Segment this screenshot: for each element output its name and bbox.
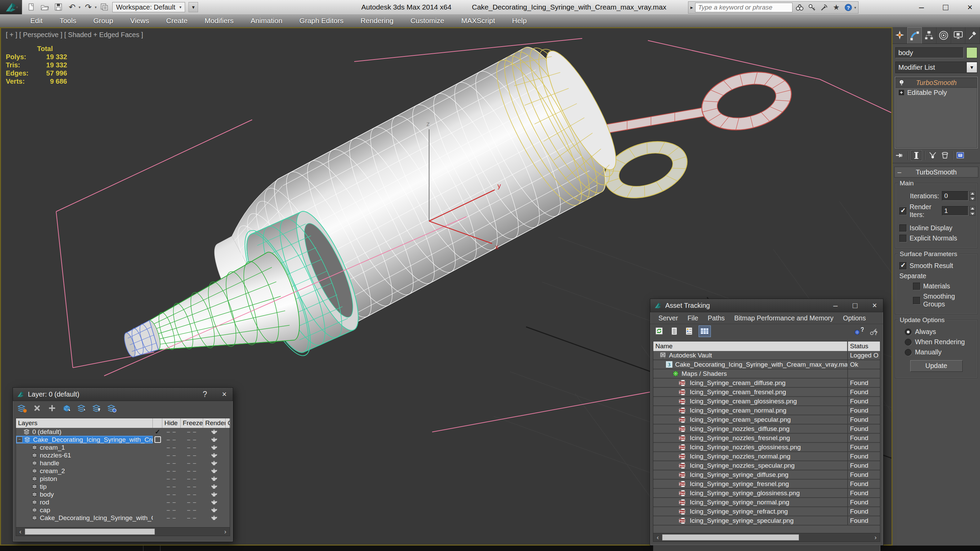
scroll-left-arrow[interactable]: ‹: [653, 534, 662, 541]
layer-row-handle[interactable]: handle– –– –: [16, 459, 230, 467]
viewport-label[interactable]: [ + ] [ Perspective ] [ Shaded + Edged F…: [6, 31, 143, 39]
menu-group[interactable]: Group: [85, 14, 121, 27]
render-toggle[interactable]: [203, 428, 226, 436]
menu-help[interactable]: Help: [504, 14, 535, 27]
hide-toggle[interactable]: – –: [162, 443, 181, 451]
list-view-button[interactable]: [669, 326, 680, 337]
stack-item-editable-poly[interactable]: Editable Poly: [896, 88, 977, 97]
hide-toggle[interactable]: – –: [162, 498, 181, 506]
menu-tools[interactable]: Tools: [51, 14, 85, 27]
radio-manually[interactable]: Manually: [905, 348, 975, 356]
asset-row[interactable]: PNGIcing_Syringe_syringe_refract.pngFoun…: [653, 507, 880, 516]
freeze-toggle[interactable]: – –: [181, 498, 203, 506]
layer-row-cake-decorating-icing-syringe-with-cream[interactable]: Cake_Decorating_Icing_Syringe_with_Cream…: [16, 514, 230, 522]
smoothing-groups-checkbox[interactable]: [913, 297, 920, 304]
materials-checkbox[interactable]: [913, 283, 920, 290]
asset-menu-bitmap-performance-and-memory[interactable]: Bitmap Performance and Memory: [730, 314, 838, 322]
search-input[interactable]: [695, 3, 792, 12]
render-toggle[interactable]: [203, 498, 226, 506]
layer-dialog[interactable]: Layer: 0 (default) ? × LayersHideFreezeR…: [13, 387, 233, 542]
render-toggle[interactable]: [203, 475, 226, 483]
redo-dropdown-arrow[interactable]: ▾: [95, 5, 97, 10]
layer-row-body[interactable]: body– –– –: [16, 491, 230, 498]
update-button[interactable]: Update: [910, 360, 963, 372]
remove-modifier-button[interactable]: [940, 151, 950, 159]
scroll-right-arrow[interactable]: ›: [221, 528, 230, 535]
render-toggle[interactable]: [203, 443, 226, 451]
tab-hierarchy[interactable]: [922, 27, 937, 43]
render-iters-checkbox[interactable]: [899, 208, 907, 214]
menu-edit[interactable]: Edit: [22, 14, 51, 27]
app-logo-button[interactable]: ▾: [0, 0, 22, 14]
minimize-button[interactable]: –: [833, 301, 838, 310]
table-view-button[interactable]: [698, 326, 711, 337]
help-dropdown-arrow[interactable]: ▾: [854, 5, 856, 10]
layer-column-c[interactable]: C: [226, 418, 231, 428]
menu-maxscript[interactable]: MAXScript: [453, 14, 504, 27]
scroll-thumb[interactable]: [25, 529, 155, 535]
add-to-layer-button[interactable]: [46, 403, 58, 414]
freeze-toggle[interactable]: – –: [181, 443, 203, 451]
freeze-toggle[interactable]: – –: [181, 451, 203, 459]
layer-checkbox[interactable]: [154, 437, 161, 443]
asset-row[interactable]: PNGIcing_Syringe_nozzles_normal.pngFound: [653, 452, 880, 461]
render-iters-field[interactable]: 1: [942, 206, 969, 216]
layer-row-0-default-[interactable]: 0 (default)✓– –– –: [16, 428, 230, 436]
asset-table-header[interactable]: Name Status: [653, 341, 880, 351]
layer-dialog-titlebar[interactable]: Layer: 0 (default) ? ×: [13, 388, 233, 401]
render-toggle[interactable]: [203, 483, 226, 491]
search-go-icon[interactable]: ▸: [690, 5, 693, 11]
render-toggle[interactable]: [203, 459, 226, 467]
hide-toggle[interactable]: – –: [162, 467, 181, 475]
render-toggle[interactable]: [203, 506, 226, 514]
asset-row[interactable]: PNGIcing_Syringe_nozzles_diffuse.pngFoun…: [653, 424, 880, 433]
layer-row-cap[interactable]: cap– –– –: [16, 506, 230, 514]
asset-row[interactable]: PNGIcing_Syringe_syringe_glossiness.pngF…: [653, 489, 880, 498]
menu-graph-editors[interactable]: Graph Editors: [291, 14, 352, 27]
hide-toggle[interactable]: – –: [162, 428, 181, 436]
asset-row[interactable]: PNGIcing_Syringe_cream_specular.pngFound: [653, 415, 880, 424]
layer-row-cream-2[interactable]: cream_2– –– –: [16, 467, 230, 475]
asset-row[interactable]: Maps / Shaders: [653, 369, 880, 379]
tab-create[interactable]: [892, 27, 907, 43]
tab-motion[interactable]: [937, 27, 951, 43]
asset-row[interactable]: PNGIcing_Syringe_cream_normal.pngFound: [653, 406, 880, 415]
scroll-thumb[interactable]: [662, 534, 799, 540]
iterations-field[interactable]: 0: [942, 191, 969, 201]
layer-column-hide[interactable]: Hide: [162, 418, 181, 428]
layer-column-render[interactable]: Render: [203, 418, 226, 428]
render-toggle[interactable]: [203, 467, 226, 475]
freeze-toggle[interactable]: – –: [181, 483, 203, 491]
details-view-button[interactable]: [684, 326, 695, 337]
tab-display[interactable]: [951, 27, 966, 43]
collapse-minus-icon[interactable]: −: [17, 437, 22, 443]
make-unique-button[interactable]: [928, 151, 937, 159]
workspace-selector[interactable]: Workspace: Default ▾: [112, 2, 185, 12]
maximize-button[interactable]: □: [853, 301, 858, 310]
redo-button[interactable]: ↷: [83, 2, 94, 13]
column-name[interactable]: Name: [653, 341, 847, 351]
freeze-toggle[interactable]: – –: [181, 491, 203, 498]
turbosmooth-rollout-header[interactable]: – TurboSmooth: [894, 167, 978, 178]
close-button[interactable]: ×: [967, 2, 972, 13]
freeze-toggle[interactable]: – –: [181, 436, 203, 443]
modifier-stack-list[interactable]: ?TurboSmoothEditable Poly: [895, 77, 977, 148]
communication-center-icon[interactable]: [819, 2, 829, 13]
hide-toggle[interactable]: – –: [162, 436, 181, 443]
menu-create[interactable]: Create: [158, 14, 196, 27]
layer-column-layers[interactable]: Layers: [16, 418, 153, 428]
scroll-right-arrow[interactable]: ›: [871, 534, 880, 541]
select-layer-objects-button[interactable]: [61, 403, 73, 414]
show-end-result-button[interactable]: [911, 151, 921, 160]
asset-hscrollbar[interactable]: ‹ ›: [653, 533, 880, 541]
menu-customize[interactable]: Customize: [402, 14, 453, 27]
tab-modify[interactable]: [907, 27, 922, 43]
asset-row[interactable]: PNGIcing_Syringe_cream_diffuse.pngFound: [653, 379, 880, 388]
smooth-result-checkbox[interactable]: [899, 262, 907, 269]
render-toggle[interactable]: [203, 436, 226, 443]
asset-row[interactable]: PNGIcing_Syringe_syringe_specular.pngFou…: [653, 516, 880, 526]
layer-row-cake-decorating-icing-syringe-with-cream[interactable]: −Cake_Decorating_Icing_Syringe_with_Crea…: [16, 436, 230, 443]
asset-menu-options[interactable]: Options: [838, 314, 870, 322]
minimize-button[interactable]: –: [919, 2, 924, 13]
freeze-toggle[interactable]: – –: [181, 475, 203, 483]
